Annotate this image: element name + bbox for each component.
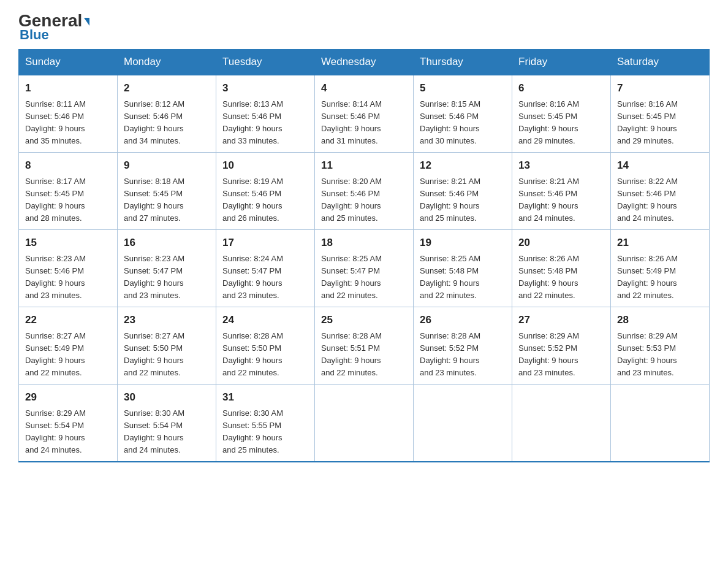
- weekday-header-wednesday: Wednesday: [315, 50, 414, 75]
- calendar-cell: 1 Sunrise: 8:11 AMSunset: 5:46 PMDayligh…: [19, 75, 118, 153]
- day-info: Sunrise: 8:21 AMSunset: 5:46 PMDaylight:…: [518, 175, 604, 225]
- calendar-week-row: 22 Sunrise: 8:27 AMSunset: 5:49 PMDaylig…: [19, 307, 710, 385]
- day-info: Sunrise: 8:21 AMSunset: 5:46 PMDaylight:…: [420, 175, 506, 225]
- day-info: Sunrise: 8:26 AMSunset: 5:49 PMDaylight:…: [617, 253, 703, 302]
- day-number: 18: [321, 235, 407, 251]
- calendar-cell: 15 Sunrise: 8:23 AMSunset: 5:46 PMDaylig…: [19, 230, 118, 307]
- day-info: Sunrise: 8:24 AMSunset: 5:47 PMDaylight:…: [222, 253, 308, 302]
- day-number: 9: [124, 158, 210, 174]
- calendar-week-row: 1 Sunrise: 8:11 AMSunset: 5:46 PMDayligh…: [19, 75, 710, 153]
- day-info: Sunrise: 8:27 AMSunset: 5:50 PMDaylight:…: [124, 330, 210, 380]
- day-info: Sunrise: 8:17 AMSunset: 5:45 PMDaylight:…: [25, 175, 111, 225]
- day-info: Sunrise: 8:30 AMSunset: 5:54 PMDaylight:…: [124, 407, 210, 457]
- day-number: 6: [518, 80, 604, 96]
- calendar-cell: 6 Sunrise: 8:16 AMSunset: 5:45 PMDayligh…: [512, 75, 611, 153]
- calendar-cell: 4 Sunrise: 8:14 AMSunset: 5:46 PMDayligh…: [315, 75, 414, 153]
- weekday-header-saturday: Saturday: [611, 50, 710, 75]
- day-number: 8: [25, 158, 111, 174]
- day-info: Sunrise: 8:28 AMSunset: 5:50 PMDaylight:…: [222, 330, 308, 380]
- calendar-cell: [512, 385, 611, 462]
- calendar-cell: 29 Sunrise: 8:29 AMSunset: 5:54 PMDaylig…: [19, 385, 118, 462]
- calendar-cell: 16 Sunrise: 8:23 AMSunset: 5:47 PMDaylig…: [118, 230, 216, 307]
- day-info: Sunrise: 8:16 AMSunset: 5:45 PMDaylight:…: [617, 98, 703, 148]
- day-number: 21: [617, 235, 703, 251]
- day-number: 2: [124, 80, 210, 96]
- day-number: 31: [222, 389, 308, 405]
- calendar-cell: [414, 385, 512, 462]
- day-info: Sunrise: 8:27 AMSunset: 5:49 PMDaylight:…: [25, 330, 111, 380]
- day-number: 30: [124, 389, 210, 405]
- calendar-cell: 2 Sunrise: 8:12 AMSunset: 5:46 PMDayligh…: [118, 75, 216, 153]
- calendar-cell: 25 Sunrise: 8:28 AMSunset: 5:51 PMDaylig…: [315, 307, 414, 385]
- weekday-header-friday: Friday: [512, 50, 611, 75]
- calendar-cell: 14 Sunrise: 8:22 AMSunset: 5:46 PMDaylig…: [611, 153, 710, 230]
- day-info: Sunrise: 8:23 AMSunset: 5:47 PMDaylight:…: [124, 253, 210, 302]
- calendar-cell: 22 Sunrise: 8:27 AMSunset: 5:49 PMDaylig…: [19, 307, 118, 385]
- day-number: 28: [617, 312, 703, 328]
- calendar-cell: 31 Sunrise: 8:30 AMSunset: 5:55 PMDaylig…: [216, 385, 315, 462]
- day-info: Sunrise: 8:19 AMSunset: 5:46 PMDaylight:…: [222, 175, 308, 225]
- calendar-cell: 20 Sunrise: 8:26 AMSunset: 5:48 PMDaylig…: [512, 230, 611, 307]
- calendar-cell: 19 Sunrise: 8:25 AMSunset: 5:48 PMDaylig…: [414, 230, 512, 307]
- calendar-table: SundayMondayTuesdayWednesdayThursdayFrid…: [18, 49, 710, 462]
- calendar-cell: [611, 385, 710, 462]
- page-header: General Blue: [18, 12, 710, 43]
- calendar-cell: 3 Sunrise: 8:13 AMSunset: 5:46 PMDayligh…: [216, 75, 315, 153]
- calendar-cell: 17 Sunrise: 8:24 AMSunset: 5:47 PMDaylig…: [216, 230, 315, 307]
- day-info: Sunrise: 8:20 AMSunset: 5:46 PMDaylight:…: [321, 175, 407, 225]
- calendar-cell: 23 Sunrise: 8:27 AMSunset: 5:50 PMDaylig…: [118, 307, 216, 385]
- calendar-cell: 12 Sunrise: 8:21 AMSunset: 5:46 PMDaylig…: [414, 153, 512, 230]
- calendar-cell: 8 Sunrise: 8:17 AMSunset: 5:45 PMDayligh…: [19, 153, 118, 230]
- day-info: Sunrise: 8:29 AMSunset: 5:52 PMDaylight:…: [518, 330, 604, 380]
- day-info: Sunrise: 8:29 AMSunset: 5:54 PMDaylight:…: [25, 407, 111, 457]
- calendar-cell: 30 Sunrise: 8:30 AMSunset: 5:54 PMDaylig…: [118, 385, 216, 462]
- weekday-header-monday: Monday: [118, 50, 216, 75]
- calendar-cell: 11 Sunrise: 8:20 AMSunset: 5:46 PMDaylig…: [315, 153, 414, 230]
- weekday-header-sunday: Sunday: [19, 50, 118, 75]
- day-info: Sunrise: 8:25 AMSunset: 5:47 PMDaylight:…: [321, 253, 407, 302]
- calendar-cell: 24 Sunrise: 8:28 AMSunset: 5:50 PMDaylig…: [216, 307, 315, 385]
- day-number: 26: [420, 312, 506, 328]
- day-number: 17: [222, 235, 308, 251]
- weekday-header-tuesday: Tuesday: [216, 50, 315, 75]
- calendar-cell: 7 Sunrise: 8:16 AMSunset: 5:45 PMDayligh…: [611, 75, 710, 153]
- day-info: Sunrise: 8:16 AMSunset: 5:45 PMDaylight:…: [518, 98, 604, 148]
- day-number: 24: [222, 312, 308, 328]
- calendar-cell: 10 Sunrise: 8:19 AMSunset: 5:46 PMDaylig…: [216, 153, 315, 230]
- day-info: Sunrise: 8:18 AMSunset: 5:45 PMDaylight:…: [124, 175, 210, 225]
- day-number: 14: [617, 158, 703, 174]
- calendar-cell: 27 Sunrise: 8:29 AMSunset: 5:52 PMDaylig…: [512, 307, 611, 385]
- day-number: 23: [124, 312, 210, 328]
- day-number: 10: [222, 158, 308, 174]
- calendar-cell: 5 Sunrise: 8:15 AMSunset: 5:46 PMDayligh…: [414, 75, 512, 153]
- calendar-cell: 13 Sunrise: 8:21 AMSunset: 5:46 PMDaylig…: [512, 153, 611, 230]
- day-number: 1: [25, 80, 111, 96]
- weekday-header-row: SundayMondayTuesdayWednesdayThursdayFrid…: [19, 50, 710, 75]
- logo: General Blue: [18, 12, 89, 43]
- day-number: 25: [321, 312, 407, 328]
- calendar-cell: 26 Sunrise: 8:28 AMSunset: 5:52 PMDaylig…: [414, 307, 512, 385]
- calendar-cell: 18 Sunrise: 8:25 AMSunset: 5:47 PMDaylig…: [315, 230, 414, 307]
- day-info: Sunrise: 8:15 AMSunset: 5:46 PMDaylight:…: [420, 98, 506, 148]
- calendar-week-row: 15 Sunrise: 8:23 AMSunset: 5:46 PMDaylig…: [19, 230, 710, 307]
- day-info: Sunrise: 8:22 AMSunset: 5:46 PMDaylight:…: [617, 175, 703, 225]
- day-number: 7: [617, 80, 703, 96]
- calendar-cell: 21 Sunrise: 8:26 AMSunset: 5:49 PMDaylig…: [611, 230, 710, 307]
- day-number: 15: [25, 235, 111, 251]
- day-info: Sunrise: 8:12 AMSunset: 5:46 PMDaylight:…: [124, 98, 210, 148]
- day-info: Sunrise: 8:30 AMSunset: 5:55 PMDaylight:…: [222, 407, 308, 457]
- day-info: Sunrise: 8:28 AMSunset: 5:51 PMDaylight:…: [321, 330, 407, 380]
- calendar-cell: [315, 385, 414, 462]
- day-number: 12: [420, 158, 506, 174]
- day-number: 4: [321, 80, 407, 96]
- logo-blue: Blue: [18, 27, 49, 43]
- day-info: Sunrise: 8:14 AMSunset: 5:46 PMDaylight:…: [321, 98, 407, 148]
- day-info: Sunrise: 8:29 AMSunset: 5:53 PMDaylight:…: [617, 330, 703, 380]
- calendar-cell: 28 Sunrise: 8:29 AMSunset: 5:53 PMDaylig…: [611, 307, 710, 385]
- calendar-cell: 9 Sunrise: 8:18 AMSunset: 5:45 PMDayligh…: [118, 153, 216, 230]
- day-number: 20: [518, 235, 604, 251]
- day-number: 27: [518, 312, 604, 328]
- weekday-header-thursday: Thursday: [414, 50, 512, 75]
- day-info: Sunrise: 8:26 AMSunset: 5:48 PMDaylight:…: [518, 253, 604, 302]
- day-info: Sunrise: 8:23 AMSunset: 5:46 PMDaylight:…: [25, 253, 111, 302]
